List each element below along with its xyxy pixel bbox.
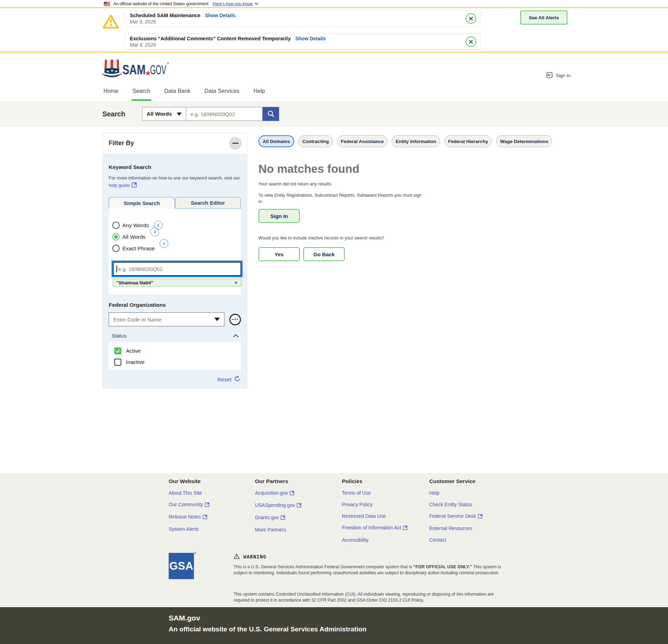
radio-exact-phrase[interactable] <box>112 245 120 252</box>
status-row: Status <box>109 333 241 339</box>
nav-item-help[interactable]: Help <box>252 85 266 101</box>
footer-column-customer-service: Customer Service Help Check Entity Statu… <box>429 478 527 548</box>
sign-in-button-row: Sign In <box>258 209 552 223</box>
radio-all-words[interactable] <box>112 233 120 240</box>
reset-filters-link[interactable]: Reset <box>217 377 232 383</box>
external-link-icon <box>131 182 137 190</box>
footer-link-help[interactable]: Help <box>429 489 527 496</box>
svg-text:★: ★ <box>115 69 118 73</box>
footer-heading: Policies <box>342 478 429 484</box>
alert-title-row: Exclusions “Additional Comments” Content… <box>130 36 475 41</box>
help-guide-link[interactable]: help guide <box>109 183 130 188</box>
alert-show-details-link[interactable]: Show Details <box>295 36 326 41</box>
banner-how-link[interactable]: Here’s how you know <box>212 1 252 6</box>
sign-in-note: To view Entity Registrations, Subcontrac… <box>258 192 552 205</box>
footer-link-terms-of-use[interactable]: Terms of Use <box>342 489 429 496</box>
footer-heading: Our Website <box>169 478 255 484</box>
alert-close-button[interactable] <box>466 13 476 24</box>
gov-banner: An official website of the United States… <box>0 0 668 8</box>
alert-date: Mar 9, 2026 <box>130 19 475 25</box>
chip-remove-icon[interactable]: × <box>234 280 238 286</box>
checkbox-row: Active <box>114 347 235 354</box>
footer-link-grants-gov[interactable]: Grants.gov <box>255 514 342 522</box>
gsa-logo-text: GSA <box>169 553 194 579</box>
domain-pill-federal-hierarchy[interactable]: Federal Hierarchy <box>444 135 492 147</box>
federal-org-combobox[interactable]: Enter Code or Name <box>109 312 224 326</box>
footer-link-usaspending-gov[interactable]: USASpending.gov <box>255 502 342 509</box>
federal-org-placeholder: Enter Code or Name <box>113 317 162 323</box>
select-arrow-icon <box>177 113 182 116</box>
tab-search-editor[interactable]: Search Editor <box>175 197 241 209</box>
info-icon[interactable]: i <box>160 239 168 248</box>
footer-link-accessibility[interactable]: Accessibility <box>342 536 429 543</box>
gsa-logo: GSA ® <box>169 553 196 603</box>
footer-link-federal-service-desk[interactable]: Federal Service Desk <box>429 513 527 520</box>
see-all-alerts-button[interactable]: See All Alerts <box>520 11 567 25</box>
footer-link-check-entity-status[interactable]: Check Entity Status <box>429 501 527 508</box>
footer-link-restricted-data-use[interactable]: Restricted Data Use <box>342 513 429 520</box>
footer-link-release-notes[interactable]: Release Notes <box>169 513 255 521</box>
domain-pill-entity-information[interactable]: Entity Information <box>392 135 440 147</box>
federal-org-more-button[interactable] <box>229 314 241 325</box>
search-mode-select[interactable]: All Words <box>142 107 186 121</box>
go-back-button[interactable]: Go Back <box>303 247 345 261</box>
footer-link-our-community[interactable]: Our Community <box>169 501 255 509</box>
footer-link-privacy-policy[interactable]: Privacy Policy <box>342 501 429 508</box>
domain-pill-all-domains[interactable]: All Domains <box>258 135 294 147</box>
close-icon <box>468 16 473 21</box>
gsa-registered-mark: ® <box>194 551 196 555</box>
info-icon[interactable]: i <box>150 228 159 236</box>
checkbox-inactive[interactable] <box>114 359 121 366</box>
footer-sam-gov-title: SAM.gov <box>169 614 668 622</box>
alert-close-button[interactable] <box>466 36 476 47</box>
domain-pill-contracting[interactable]: Contracting <box>298 135 333 147</box>
combo-arrow-icon[interactable] <box>214 318 220 321</box>
sign-in-note-line: in. <box>258 199 263 204</box>
nav-item-home[interactable]: Home <box>102 85 120 101</box>
footer-link-external-resources[interactable]: External Resources <box>429 525 527 532</box>
collapse-filters-button[interactable] <box>229 137 242 150</box>
alert-show-details-link[interactable]: Show Details <box>205 13 235 18</box>
simple-search-panel: Any Words i All Words i Exact Phrase i <box>109 209 241 294</box>
nav-item-data-services[interactable]: Data Services <box>203 85 241 101</box>
search-icon <box>267 110 275 118</box>
chevron-up-icon[interactable] <box>233 334 239 338</box>
footer-heading: Our Partners <box>255 478 342 484</box>
search-submit-button[interactable] <box>263 107 279 121</box>
domain-pill-wage-determinations[interactable]: Wage Determinations <box>496 135 552 147</box>
keyword-input[interactable] <box>113 262 241 276</box>
footer-link-acquisition-gov[interactable]: Acquisition.gov <box>255 489 342 497</box>
gsa-warning-row: GSA ® WARNING This is a U.S. General Ser… <box>169 553 668 603</box>
nav-item-data-bank[interactable]: Data Bank <box>163 85 191 101</box>
footer-link-system-alerts[interactable]: System Alerts <box>169 526 255 533</box>
footer-link-foia[interactable]: Freedom of Information Act <box>342 524 429 532</box>
tab-simple-search[interactable]: Simple Search <box>109 197 175 209</box>
chevron-down-icon <box>255 2 258 5</box>
sign-in-button[interactable]: Sign In <box>258 209 300 223</box>
alert-title: Scheduled SAM Maintenance <box>130 13 200 18</box>
nav-item-search[interactable]: Search <box>131 85 151 101</box>
footer-link-contact[interactable]: Contact <box>429 536 527 543</box>
search-input[interactable] <box>186 107 263 121</box>
yes-goback-row: Yes Go Back <box>258 247 552 261</box>
warning-triangle-small-icon <box>234 554 240 561</box>
yes-button[interactable]: Yes <box>258 247 300 261</box>
footer-link-about-this-site[interactable]: About This Site <box>169 489 255 496</box>
footer-link-more-partners[interactable]: More Partners <box>255 526 342 533</box>
footer-columns: Our Website About This Site Our Communit… <box>169 478 668 548</box>
filter-panel: Filter By Keyword Search For more inform… <box>102 133 247 388</box>
main-content: Filter By Keyword Search For more inform… <box>0 127 668 473</box>
footer-link-label: Acquisition.gov <box>255 490 288 496</box>
checkbox-active[interactable] <box>114 347 121 354</box>
sam-gov-logo[interactable]: ★★★ SAM GOV ® <box>102 59 170 82</box>
close-icon <box>468 39 473 44</box>
header-sign-in[interactable]: Sign In <box>546 72 571 79</box>
footer-link-label: Grants.gov <box>255 515 279 520</box>
alert-title: Exclusions “Additional Comments” Content… <box>130 36 291 41</box>
radio-all-words-label: All Words <box>122 234 146 240</box>
radio-any-words[interactable] <box>112 222 120 229</box>
svg-text:GOV: GOV <box>150 63 166 77</box>
no-results-text: Your search did not return any results. <box>258 182 552 187</box>
footer-identifier: SAM.gov An official website of the U.S. … <box>0 607 668 644</box>
domain-pill-federal-assistance[interactable]: Federal Assistance <box>337 135 388 147</box>
